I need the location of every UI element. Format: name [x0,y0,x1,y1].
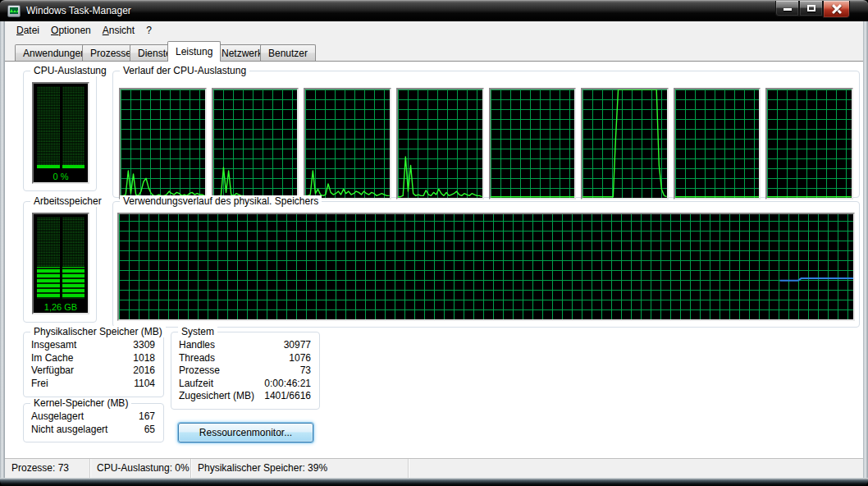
menu-label: atei [24,25,39,36]
window-border-right [863,21,868,478]
menu-ansicht[interactable]: Ansicht [97,23,140,38]
memory-gauge-group: Arbeitsspeicher 1,26 GB [23,201,97,323]
cpu-core-graph-1 [119,88,207,199]
info-value: 65 [144,424,155,437]
memory-usage-value: 1,26 GB [34,302,88,312]
icon-trace [10,9,18,12]
window-title: Windows Task-Manager [26,5,131,16]
cpu-gauge-group: CPU-Auslastung 0 % [23,71,97,191]
menu-datei[interactable]: Datei [11,23,45,38]
cpu-usage-gauge: 0 % [32,82,89,184]
task-manager-icon[interactable] [7,5,21,17]
menu-accesskey: D [16,25,24,36]
kernel-memory-rows: Ausgelagert167 Nicht ausgelagert65 [31,410,155,436]
cpu-history-graphs [119,88,853,199]
tab-benutzer[interactable]: Benutzer [260,44,316,62]
info-label: Im Cache [31,352,73,365]
menu-accesskey: O [51,25,58,36]
memory-gauge-fill [37,267,60,299]
minimize-icon [783,8,792,11]
physical-memory-title: Physikalischer Speicher (MB) [30,326,166,337]
close-button[interactable] [823,1,850,18]
info-value: 1018 [133,352,155,365]
title-bar[interactable]: Windows Task-Manager [0,0,868,21]
cpu-gauge-column [37,86,60,168]
cpu-gauge-title: CPU-Auslastung [30,65,110,76]
info-label: Laufzeit [179,378,213,391]
system-panel: System Handles30977 Threads1076 Prozesse… [171,332,320,410]
info-row: Nicht ausgelagert65 [31,424,155,437]
close-icon [832,4,842,14]
tab-strip: Anwendungen Prozesse Dienste Leistung Ne… [5,39,863,62]
info-value: 3309 [133,339,155,352]
memory-history-group: Verwendungsverlauf des physikal. Speiche… [112,201,860,328]
info-row: Frei1104 [31,378,155,391]
info-row: Prozesse73 [179,364,311,378]
info-row: Handles30977 [179,339,311,352]
info-row: Verfügbar2016 [31,364,155,378]
memory-usage-gauge: 1,26 GB [32,213,89,314]
minimize-button[interactable] [775,1,799,16]
info-value: 0:00:46:21 [264,378,311,391]
cpu-gauge-fill [37,165,60,168]
info-row: Zugesichert (MB)1401/6616 [179,390,311,403]
info-value: 1401/6616 [264,390,311,403]
cpu-gauge-column [62,86,85,168]
tab-leistung[interactable]: Leistung [167,41,221,62]
info-label: Threads [179,352,215,365]
status-prozesse: Prozesse: 73 [5,459,90,478]
info-value: 2016 [133,364,155,378]
cpu-core-graph-4 [396,88,484,199]
info-label: Frei [31,378,48,391]
info-value: 1076 [289,352,311,365]
info-label: Handles [179,339,215,352]
cpu-core-graph-7 [674,88,761,199]
ressourcenmonitor-button[interactable]: Ressourcenmonitor... [178,423,313,442]
cpu-core-graph-2 [212,88,299,199]
info-row: Im Cache1018 [31,352,155,365]
system-rows: Handles30977 Threads1076 Prozesse73 Lauf… [179,339,311,403]
leistung-tab-page: CPU-Auslastung 0 % Verlauf der CPU-Ausla… [5,61,863,458]
info-value: 167 [139,410,155,424]
system-title: System [178,326,217,337]
physical-memory-rows: Insgesamt3309 Im Cache1018 Verfügbar2016… [31,339,155,390]
window-border-bottom [0,478,868,486]
menu-optionen[interactable]: Optionen [45,23,97,38]
cpu-history-title: Verlauf der CPU-Auslastung [120,65,249,76]
kernel-memory-title: Kernel-Speicher (MB) [30,397,131,409]
task-manager-window: Windows Task-Manager Datei Optionen Ansi… [0,0,868,486]
memory-gauge-column [62,217,85,299]
menu-label: ptionen [58,25,90,36]
physical-memory-panel: Physikalischer Speicher (MB) Insgesamt33… [23,332,164,397]
cpu-history-group: Verlauf der CPU-Auslastung [112,71,860,198]
menu-hilfe[interactable]: ? [140,23,158,38]
info-label: Zugesichert (MB) [179,390,254,403]
cpu-core-graph-5 [489,88,577,199]
info-row: Threads1076 [179,352,311,365]
info-value: 73 [300,364,311,378]
menu-label: ? [146,25,152,36]
menu-bar: Datei Optionen Ansicht ? [5,21,863,39]
icon-screen [10,7,18,14]
memory-gauge-column [37,217,60,299]
maximize-icon [807,5,815,11]
kernel-memory-panel: Kernel-Speicher (MB) Ausgelagert167 Nich… [23,403,164,442]
info-label: Nicht ausgelagert [31,424,107,437]
info-value: 30977 [284,339,311,352]
cpu-core-graph-3 [304,88,391,199]
info-row: Insgesamt3309 [31,339,155,352]
status-physikalischer-speicher: Physikalischer Speicher: 39% [191,459,409,478]
window-controls [775,1,850,18]
menu-accesskey: A [103,25,109,36]
memory-gauge-columns [37,217,85,299]
cpu-core-graph-8 [765,88,853,199]
cpu-gauge-fill [62,165,85,168]
status-bar: Prozesse: 73 CPU-Auslastung: 0% Physikal… [5,458,863,478]
info-label: Insgesamt [31,339,76,352]
cpu-core-graph-6 [581,88,669,199]
info-row: Ausgelagert167 [31,410,155,424]
maximize-button[interactable] [799,1,823,16]
memory-gauge-title: Arbeitsspeicher [30,195,105,207]
memory-gauge-fill [62,267,85,299]
memory-history-graph [117,213,855,321]
